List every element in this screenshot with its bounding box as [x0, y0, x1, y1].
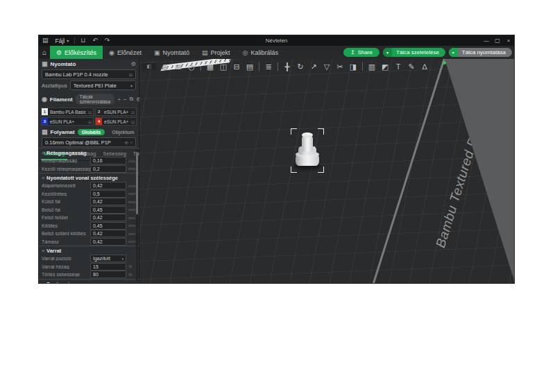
view-mode-icon[interactable]: ≣ — [264, 62, 273, 71]
undo-icon[interactable]: ↶ — [89, 37, 101, 44]
slice-dropdown-icon[interactable]: ▾ — [383, 48, 392, 57]
setting-group-header[interactable]: ◔Pontosság — [39, 279, 139, 284]
plate-select-tab[interactable]: ◧ — [142, 63, 156, 70]
maximize-button[interactable]: ▢ — [492, 37, 503, 44]
ams-sync-button[interactable]: Tálcák szinkronizálása — [76, 94, 114, 105]
split-to-objects-icon[interactable]: ◫ — [219, 62, 228, 71]
setting-group-header[interactable]: ≡Varrat — [39, 246, 139, 255]
printer-preset-combo[interactable]: Bambu Lab P1P 0.4 nozzle ⊡ — [42, 69, 136, 79]
printer-connect-icon[interactable]: ⊡ — [129, 72, 133, 77]
setting-select[interactable]: Igazított▾ — [90, 255, 126, 262]
tab-project[interactable]: ▤Projekt — [196, 46, 237, 59]
setting-input[interactable]: 0,42 — [90, 198, 126, 205]
filament-slot-3[interactable]: 3eSUN PLA+⊡ — [41, 117, 94, 126]
setting-input[interactable]: 15 — [90, 263, 126, 271]
printer-settings-gear-icon[interactable]: ⚙ — [131, 61, 136, 67]
setting-unit: mm — [126, 184, 137, 188]
split-to-parts-icon[interactable]: ⊟ — [232, 62, 241, 71]
filament-icon: ◉ — [42, 96, 47, 103]
group-icon: ≡ — [42, 151, 44, 155]
lay-flat-icon[interactable]: ▽ — [322, 62, 332, 71]
process-mode-object[interactable]: Objektum — [108, 129, 138, 135]
move-icon[interactable]: ╋ — [282, 62, 292, 71]
filament-edit-icon[interactable]: ⊡ — [131, 110, 136, 114]
filament-slot-4[interactable]: 4eSUN PLA+⊡ — [95, 117, 137, 126]
filament-slot-1[interactable]: 1Bambu PLA Basic⊡ — [41, 108, 94, 116]
process-preset-combo[interactable]: 0.16mm Optimal @BBL P1P ⟲ ⌕ — [42, 137, 136, 147]
setting-input[interactable]: 0,5 — [90, 190, 126, 198]
printer-icon: ▣ — [42, 61, 48, 67]
process-preset-value: 0.16mm Optimal @BBL P1P — [45, 139, 111, 146]
setting-row: Támasz0,42mm — [39, 238, 139, 246]
seam-paint-icon[interactable]: ✎ — [407, 62, 416, 71]
setting-input[interactable]: 80 — [90, 271, 126, 278]
home-icon[interactable]: ⌂ — [39, 46, 50, 59]
tab-preview[interactable]: ◉Előnézet — [103, 46, 148, 59]
filament-edit-icon[interactable]: ⊡ — [131, 119, 136, 124]
auto-orient-icon[interactable]: ◴ — [187, 62, 196, 71]
app-menu-icon[interactable]: ▤ — [39, 37, 52, 44]
setting-label: Rétegmagasság — [42, 158, 90, 163]
setting-input[interactable]: 0,42 — [90, 238, 126, 246]
close-button[interactable]: × — [503, 37, 514, 44]
file-menu[interactable]: Fájl ▾ — [52, 37, 73, 44]
mesh-boolean-icon[interactable]: ◨ — [348, 62, 358, 71]
process-mode-global[interactable]: Globális — [78, 129, 105, 135]
arrange-icon[interactable]: ▦ — [205, 62, 215, 71]
setting-input[interactable]: 0,16 — [90, 157, 126, 164]
group-icon: ◔ — [42, 282, 44, 284]
setting-input[interactable]: 0,42 — [90, 182, 126, 189]
tab-prepare[interactable]: ⚙Előkészítés — [50, 46, 103, 59]
scale-icon[interactable]: ↗ — [309, 62, 318, 71]
process-reset-icon[interactable]: ⟲ — [125, 140, 128, 145]
sidebar-panel: ▣ Nyomtató ⚙ Bambu Lab P1P 0.4 nozzle ⊡ … — [39, 59, 139, 284]
flush-volumes-icon[interactable]: ⧉ — [130, 96, 134, 103]
filament-section-header: ◉ Filament Tálcák szinkronizálása + − ⧉ … — [39, 92, 139, 106]
print-dropdown-icon[interactable]: ▾ — [449, 48, 458, 57]
add-plate-icon[interactable]: ⊞ — [173, 62, 183, 71]
bed-type-combo[interactable]: Textured PEI Plate ▾ — [70, 80, 136, 90]
viewport-3d[interactable]: Bambu Textured PEI Plate ◧⊕⊞◴▦◫⊟▤≣╋↻↗▽✂◨… — [139, 59, 515, 284]
print-plate-button[interactable]: ▾ Tálca nyomtatása — [449, 48, 512, 57]
chevron-down-icon: ▾ — [67, 39, 69, 43]
remove-filament-button[interactable]: − — [123, 96, 127, 103]
build-plate[interactable]: Bambu Textured PEI Plate — [139, 59, 515, 284]
share-button[interactable]: ↥ Share — [343, 48, 379, 57]
add-filament-button[interactable]: + — [117, 96, 121, 103]
slice-plate-button[interactable]: ▾ Tálca szeletelése — [383, 48, 445, 57]
setting-group-header[interactable]: ≡Nyomtatott vonal szélessége — [39, 173, 139, 182]
tab-device[interactable]: ▣Nyomtató — [148, 46, 196, 59]
setting-unit: mm — [126, 207, 137, 212]
setting-input[interactable]: 0,45 — [90, 206, 126, 214]
filament-edit-icon[interactable]: ⊡ — [88, 110, 93, 114]
tab-calibration[interactable]: ◎Kalibrálás — [237, 46, 284, 59]
minimize-button[interactable]: — — [481, 37, 492, 44]
filament-edit-icon[interactable]: ⊡ — [88, 119, 93, 124]
settings-scrollbar[interactable] — [136, 149, 138, 281]
process-icon: ▤ — [42, 129, 48, 135]
scrollbar-thumb[interactable] — [136, 152, 138, 214]
redo-icon[interactable]: ↷ — [101, 37, 114, 44]
setting-input[interactable]: 0,2 — [90, 165, 126, 173]
filament-slot-2[interactable]: 2eSUN PLA+⊡ — [95, 108, 137, 116]
text-tool-icon[interactable]: T — [393, 62, 403, 71]
measure-icon[interactable]: ∆ — [420, 62, 429, 71]
setting-label: Kezdőréteg — [42, 191, 90, 196]
variable-layer-height-icon[interactable]: ▤ — [245, 62, 255, 71]
add-object-icon[interactable]: ⊕ — [160, 62, 170, 71]
search-icon[interactable]: ⌕ — [130, 140, 133, 145]
support-paint-icon[interactable]: ▥ — [367, 62, 377, 71]
setting-group-header[interactable]: ≡Rétegmagasság — [39, 148, 139, 157]
setting-row: Külső fal0,42mm — [39, 198, 139, 206]
toolbar-separator — [362, 62, 363, 71]
setting-input[interactable]: 0,45 — [90, 222, 126, 230]
save-icon[interactable]: ⊔ — [77, 37, 89, 44]
cut-icon[interactable]: ✂ — [335, 62, 345, 71]
setting-input[interactable]: 0,42 — [90, 230, 126, 237]
color-paint-icon[interactable]: ◩ — [380, 62, 390, 71]
process-section-header: ▤ Folyamat Globális Objektum Haladó ▤ ≡ — [39, 127, 139, 137]
setting-input[interactable]: 0,42 — [90, 214, 126, 221]
setting-label: Külső fal — [42, 199, 90, 204]
rotate-icon[interactable]: ↻ — [296, 62, 305, 71]
print-label: Tálca nyomtatása — [458, 49, 512, 56]
